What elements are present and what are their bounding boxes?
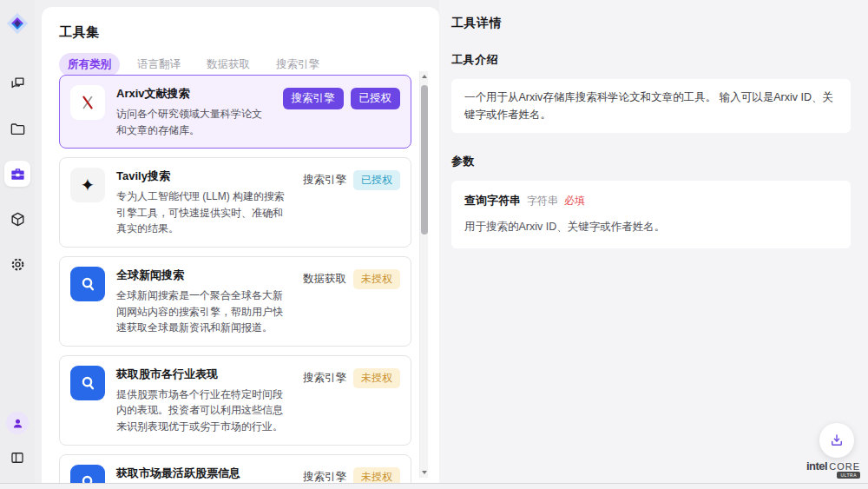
chat-icon <box>10 76 26 92</box>
tool-text: 获取市场最活跃股票信息 提供当天交易量最高的股票列表，投资者可以利用这些信息来识… <box>116 465 292 483</box>
tool-name: 获取股市各行业表现 <box>116 367 292 382</box>
status-badge: 未授权 <box>353 467 400 483</box>
params-heading: 参数 <box>451 154 851 169</box>
tool-description: 全球新闻搜索是一个聚合全球各大新闻网站内容的搜索引擎，帮助用户快速获取全球最新资… <box>116 287 292 336</box>
tool-name: 全球新闻搜索 <box>116 268 292 283</box>
parameter-card: 查询字符串 字符串 必填 用于搜索的Arxiv ID、关键字或作者姓名。 <box>451 181 851 248</box>
tool-list: Arxiv文献搜索 访问各个研究领域大量科学论文和文章的存储库。 搜索引擎 已授… <box>59 75 411 483</box>
window-bottom-strip <box>0 484 868 489</box>
folder-icon <box>10 121 26 137</box>
category-label: 搜索引擎 <box>303 368 346 388</box>
tool-card-tavily[interactable]: ✦ Tavily搜索 专为人工智能代理 (LLM) 构建的搜索引擎工具，可快速提… <box>59 157 411 248</box>
status-badge: 未授权 <box>353 368 400 388</box>
left-sidebar <box>0 0 35 483</box>
sidebar-item-settings[interactable] <box>4 251 30 277</box>
search-q-icon <box>70 465 105 483</box>
tool-text: 获取股市各行业表现 提供股票市场各个行业在特定时间段内的表现。投资者可以利用这些… <box>116 366 292 435</box>
tool-card-most-active-stocks[interactable]: 获取市场最活跃股票信息 提供当天交易量最高的股票列表，投资者可以利用这些信息来识… <box>59 454 411 483</box>
diamond-logo-icon <box>5 11 30 36</box>
tool-badges: 搜索引擎 已授权 <box>283 85 401 138</box>
gear-icon <box>10 256 26 273</box>
category-label: 搜索引擎 <box>303 467 346 483</box>
core-brand-text: CORE ULTRA <box>829 461 860 472</box>
sparkle-icon: ✦ <box>70 168 105 202</box>
parameter-description: 用于搜索的Arxiv ID、关键字或作者姓名。 <box>464 218 838 235</box>
category-badge: 搜索引擎 <box>283 88 344 109</box>
tool-text: Tavily搜索 专为人工智能代理 (LLM) 构建的搜索引擎工具，可快速提供实… <box>116 168 292 237</box>
tool-card-sector-performance[interactable]: 获取股市各行业表现 提供股票市场各个行业在特定时间段内的表现。投资者可以利用这些… <box>59 355 411 446</box>
ultra-badge: ULTRA <box>837 472 860 479</box>
cube-icon <box>10 211 26 228</box>
tool-description: 专为人工智能代理 (LLM) 构建的搜索引擎工具，可快速提供实时、准确和真实的结… <box>116 188 292 237</box>
search-q-icon <box>70 366 105 400</box>
user-avatar[interactable] <box>6 412 29 434</box>
search-q-icon <box>70 267 105 301</box>
toolset-panel: 工具集 所有类别 语言翻译 数据获取 搜索引擎 Arxiv文献搜索 访问各个研究… <box>42 7 439 483</box>
intro-text-box: 一个用于从Arxiv存储库搜索科学论文和文章的工具。 输入可以是Arxiv ID… <box>451 79 851 133</box>
download-icon <box>829 433 845 448</box>
person-icon <box>11 417 24 430</box>
sidebar-nav <box>4 70 30 277</box>
layout-columns-icon <box>10 450 25 466</box>
scrollbar-thumb[interactable] <box>421 85 428 235</box>
details-title: 工具详情 <box>451 16 851 31</box>
parameter-required-flag: 必填 <box>564 193 585 209</box>
tool-name: 获取市场最活跃股票信息 <box>116 466 292 481</box>
tool-name: Tavily搜索 <box>116 169 292 184</box>
parameter-header: 查询字符串 字符串 必填 <box>464 192 838 210</box>
tab-all-categories[interactable]: 所有类别 <box>59 53 120 76</box>
parameter-type: 字符串 <box>527 193 558 209</box>
download-button[interactable] <box>819 423 854 458</box>
tool-text: 全球新闻搜索 全球新闻搜索是一个聚合全球各大新闻网站内容的搜索引擎，帮助用户快速… <box>116 267 292 336</box>
category-tabs: 所有类别 语言翻译 数据获取 搜索引擎 <box>59 53 439 76</box>
scroll-down-arrow[interactable] <box>422 471 427 474</box>
tool-card-arxiv[interactable]: Arxiv文献搜索 访问各个研究领域大量科学论文和文章的存储库。 搜索引擎 已授… <box>59 75 411 149</box>
tab-language-translation[interactable]: 语言翻译 <box>128 53 189 76</box>
app-logo[interactable] <box>5 11 30 36</box>
tool-name: Arxiv文献搜索 <box>116 86 272 102</box>
page-title: 工具集 <box>59 24 439 41</box>
tool-description: 访问各个研究领域大量科学论文和文章的存储库。 <box>116 106 272 138</box>
category-label: 搜索引擎 <box>303 170 346 190</box>
tool-badges: 数据获取 未授权 <box>303 267 400 336</box>
category-label: 数据获取 <box>303 269 346 289</box>
sidebar-item-chat[interactable] <box>4 70 30 96</box>
intro-heading: 工具介绍 <box>451 52 851 68</box>
tool-description: 提供股票市场各个行业在特定时间段内的表现。投资者可以利用这些信息来识别表现优于或… <box>116 387 292 435</box>
tool-text: Arxiv文献搜索 访问各个研究领域大量科学论文和文章的存储库。 <box>116 85 272 138</box>
sidebar-item-packages[interactable] <box>4 206 30 232</box>
collapse-sidebar-button[interactable] <box>4 445 30 471</box>
scroll-up-arrow[interactable] <box>422 75 427 78</box>
parameter-name: 查询字符串 <box>464 192 521 210</box>
tab-search-engine[interactable]: 搜索引擎 <box>267 53 328 76</box>
sidebar-item-toolset[interactable] <box>4 161 30 187</box>
arxiv-x-icon <box>70 85 105 120</box>
tool-badges: 搜索引擎 已授权 <box>303 168 400 237</box>
sidebar-item-files[interactable] <box>4 116 30 142</box>
sidebar-bottom <box>4 412 30 471</box>
intel-brand-text: intel <box>806 459 827 472</box>
tool-badges: 搜索引擎 未授权 <box>303 465 400 483</box>
intel-core-logo: intel CORE ULTRA <box>806 459 860 472</box>
status-badge: 已授权 <box>351 88 401 109</box>
status-badge: 未授权 <box>353 269 400 289</box>
tool-badges: 搜索引擎 未授权 <box>303 366 400 435</box>
tab-data-fetching[interactable]: 数据获取 <box>198 53 259 76</box>
tool-card-global-news[interactable]: 全球新闻搜索 全球新闻搜索是一个聚合全球各大新闻网站内容的搜索引擎，帮助用户快速… <box>59 256 411 347</box>
list-scrollbar[interactable] <box>419 71 428 478</box>
tool-details-panel: 工具详情 工具介绍 一个用于从Arxiv存储库搜索科学论文和文章的工具。 输入可… <box>439 0 868 483</box>
status-badge: 已授权 <box>353 170 400 190</box>
toolbox-icon <box>10 166 26 182</box>
